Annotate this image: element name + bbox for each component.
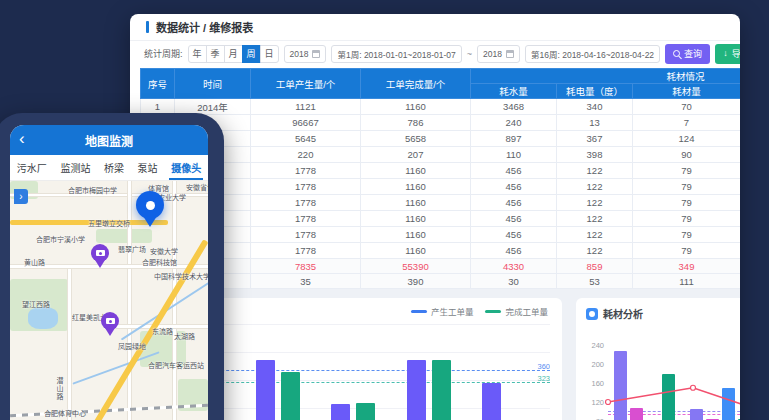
back-chevron-icon[interactable]: ‹	[19, 129, 25, 149]
map-label: 中国科学技术大学	[154, 271, 208, 281]
table-cell: 124	[633, 131, 741, 147]
phone-tab-污水厂[interactable]: 污水厂	[15, 155, 49, 180]
table-cell: 398	[557, 147, 633, 163]
phone-mockup: ‹ 地图监测 污水厂监测站桥梁泵站摄像头	[0, 113, 224, 420]
map-label: 凤园绿地	[118, 341, 146, 351]
bar-pair	[407, 360, 451, 420]
week-range-start-select[interactable]: 第1周: 2018-01-01~2018-01-07	[331, 45, 461, 63]
breadcrumb: 数据统计 / 维修报表	[130, 14, 740, 41]
period-option[interactable]: 周	[242, 45, 261, 63]
table-row[interactable]: 2202071103989019	[141, 147, 741, 163]
col-group-header-consumables[interactable]: 耗材情况	[471, 69, 741, 84]
map-river	[72, 351, 159, 384]
query-button-label: 查询	[684, 47, 702, 60]
table-cell: 1778	[251, 179, 361, 195]
legend-label: 完成工单量	[505, 305, 548, 317]
phone-tab-桥梁[interactable]: 桥梁	[102, 155, 126, 180]
table-row[interactable]: 96667786240137690	[141, 115, 741, 131]
table-cell: 122	[557, 179, 633, 195]
table-cell: 110	[471, 147, 557, 163]
col-header-completed[interactable]: 工单完成量/个	[361, 69, 471, 99]
bar-generated[interactable]	[407, 360, 426, 420]
query-button[interactable]: 查询	[665, 44, 710, 64]
bar-completed[interactable]	[281, 372, 300, 420]
search-icon	[673, 50, 680, 57]
col-header-time[interactable]: 时间	[175, 69, 251, 99]
filter-toolbar: 统计周期: 年季月周日 2018 第1周: 2018-01-01~2018-01…	[130, 41, 740, 66]
table-row[interactable]: 177811604561227967	[141, 163, 741, 179]
breadcrumb-text: 数据统计 / 维修报表	[156, 19, 253, 35]
consumable-chart-card: 耗材分析 2402001601208040	[576, 298, 740, 420]
year-end-value: 2018	[483, 49, 502, 59]
year-end-select[interactable]: 2018	[477, 45, 520, 63]
phone-page-title: 地图监测	[85, 132, 133, 149]
table-cell: 1121	[251, 99, 361, 115]
period-label: 统计周期:	[144, 47, 183, 60]
table-row[interactable]: 12014年11211160346834070250	[141, 99, 741, 115]
calendar-icon	[312, 50, 320, 58]
table-row[interactable]: 177811604561227967	[141, 243, 741, 259]
table-row[interactable]: 177811604561227967	[141, 211, 741, 227]
phone-tab-摄像头[interactable]: 摄像头	[169, 155, 203, 180]
bar-generated[interactable]	[482, 383, 501, 420]
export-excel-button[interactable]: ↓ 导出Excel	[715, 44, 740, 64]
consumable-bar-chart[interactable]	[608, 338, 740, 420]
map-expand-button[interactable]: ›	[14, 189, 28, 204]
table-row[interactable]: 56455658897367124129	[141, 131, 741, 147]
sub-header-3[interactable]: 耗材量	[633, 84, 741, 99]
table-row[interactable]: 177811604561227967	[141, 195, 741, 211]
bar-generated[interactable]	[331, 404, 350, 420]
table-cell: 122	[557, 211, 633, 227]
bar-generated[interactable]	[256, 360, 275, 420]
period-option[interactable]: 日	[260, 45, 279, 63]
download-icon: ↓	[723, 49, 728, 58]
map-label: 安徽省博物馆	[186, 182, 208, 192]
bar-completed[interactable]	[432, 360, 451, 420]
col-header-index[interactable]: 序号	[141, 69, 175, 99]
table-cell: 1160	[361, 211, 471, 227]
week-range-end-select[interactable]: 第16周: 2018-04-16~2018-04-22	[525, 45, 660, 63]
table-cell: 1778	[251, 195, 361, 211]
year-start-select[interactable]: 2018	[284, 45, 327, 63]
selected-camera-marker[interactable]	[136, 191, 164, 231]
table-cell: 1160	[361, 195, 471, 211]
phone-tab-泵站[interactable]: 泵站	[136, 155, 160, 180]
bar-completed[interactable]	[356, 403, 375, 420]
col-header-created[interactable]: 工单产生量/个	[251, 69, 361, 99]
legend-item[interactable]: 产生工单量	[411, 305, 474, 317]
table-cell: 456	[471, 163, 557, 179]
table-cell: 1778	[251, 163, 361, 179]
legend-dash-icon	[411, 310, 427, 313]
table-row[interactable]: 177811604561227967	[141, 227, 741, 243]
total-cell: 7835	[251, 259, 361, 274]
phone-tab-监测站[interactable]: 监测站	[58, 155, 92, 180]
total-cell: 859	[557, 259, 633, 274]
average-cell: 35	[251, 274, 361, 289]
report-table-container: 序号 时间 工单产生量/个 工单完成量/个 耗材情况 耗水量 耗电量（度） 耗材…	[140, 68, 740, 289]
table-cell: 122	[557, 243, 633, 259]
table-cell: 79	[633, 243, 741, 259]
table-row[interactable]: 177811604561227967	[141, 179, 741, 195]
table-cell: 456	[471, 227, 557, 243]
table-cell: 122	[557, 195, 633, 211]
period-option[interactable]: 季	[206, 45, 225, 63]
table-cell: 786	[361, 115, 471, 131]
map-view[interactable]: › 全部 合肥市梅园中学体育馆安徽农业大学安徽省博物馆五里墩立交桥合肥市宁溪小学…	[10, 181, 208, 420]
table-cell: 897	[471, 131, 557, 147]
period-option[interactable]: 年	[188, 45, 207, 63]
legend-dash-icon	[485, 310, 501, 313]
marker-tail-icon	[95, 260, 105, 268]
sub-header-2[interactable]: 耗电量（度）	[557, 84, 633, 99]
camera-pin-marker[interactable]	[91, 244, 109, 268]
period-option[interactable]: 月	[224, 45, 243, 63]
sub-header-1[interactable]: 耗水量	[471, 84, 557, 99]
camera-pin-marker[interactable]	[101, 312, 119, 336]
legend-item[interactable]: 完成工单量	[485, 305, 548, 317]
table-cell: 456	[471, 179, 557, 195]
yaxis-tick-label: 120	[591, 398, 604, 407]
table-cell: 1160	[361, 243, 471, 259]
table-cell: 122	[557, 163, 633, 179]
table-cell: 5645	[251, 131, 361, 147]
week-range-start-value: 第1周: 2018-01-01~2018-01-07	[337, 48, 455, 60]
table-total-row: 合计7835553904330859349332	[141, 259, 741, 274]
